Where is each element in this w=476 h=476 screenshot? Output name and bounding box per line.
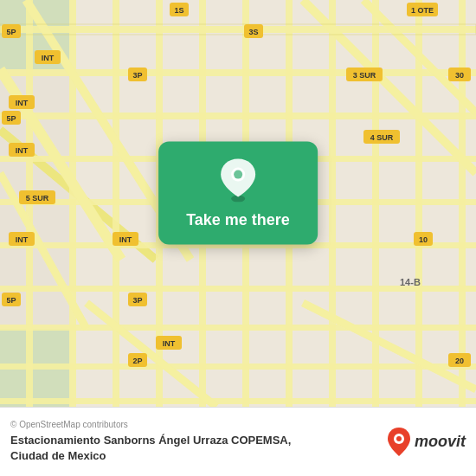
svg-text:1S: 1S [174, 6, 183, 15]
location-city-text: Ciudad de Mexico [10, 449, 106, 462]
svg-text:INT: INT [119, 235, 132, 244]
svg-point-81 [234, 170, 242, 179]
svg-rect-25 [372, 0, 379, 407]
svg-text:30: 30 [455, 71, 464, 80]
svg-text:5P: 5P [6, 296, 16, 305]
svg-rect-19 [113, 0, 119, 407]
svg-text:3S: 3S [248, 28, 258, 36]
svg-text:1 OTE: 1 OTE [411, 6, 434, 15]
svg-text:INT: INT [16, 235, 29, 244]
cta-overlay: Take me there [158, 142, 318, 245]
svg-point-83 [396, 436, 402, 441]
moovit-pin-icon [387, 427, 411, 458]
svg-text:INT: INT [16, 99, 29, 107]
bottom-bar: © OpenStreetMap contributors Estacionami… [0, 407, 476, 476]
svg-text:20: 20 [455, 357, 464, 365]
svg-rect-27 [459, 0, 466, 407]
copyright-text: © OpenStreetMap contributors [10, 420, 378, 429]
svg-text:2P: 2P [132, 357, 142, 365]
svg-text:INT: INT [16, 146, 29, 155]
location-name-text: Estacionamiento Sanborns Ángel Urraza CO… [10, 434, 291, 447]
location-info: © OpenStreetMap contributors Estacionami… [10, 420, 378, 464]
map-container: INT INT INT INT INT INT 5 SUR 4 SUR 3 SU… [0, 0, 476, 407]
moovit-logo: moovit [387, 427, 466, 458]
cta-card[interactable]: Take me there [158, 142, 318, 245]
location-name: Estacionamiento Sanborns Ángel Urraza CO… [10, 433, 378, 464]
moovit-brand-text: moovit [415, 433, 466, 451]
svg-text:14-B: 14-B [400, 277, 421, 287]
location-pin-icon [219, 158, 257, 203]
svg-text:4 SUR: 4 SUR [370, 133, 394, 142]
svg-text:10: 10 [419, 235, 428, 244]
svg-text:3 SUR: 3 SUR [353, 71, 376, 80]
svg-text:3P: 3P [132, 71, 142, 80]
take-me-there-button[interactable]: Take me there [186, 211, 290, 229]
svg-text:INT: INT [42, 54, 55, 62]
svg-text:5P: 5P [6, 114, 16, 123]
svg-text:5P: 5P [6, 28, 16, 36]
svg-text:INT: INT [163, 339, 176, 348]
svg-rect-24 [329, 0, 336, 407]
svg-text:5 SUR: 5 SUR [26, 194, 49, 203]
svg-text:3P: 3P [132, 296, 142, 305]
svg-rect-18 [69, 0, 76, 407]
